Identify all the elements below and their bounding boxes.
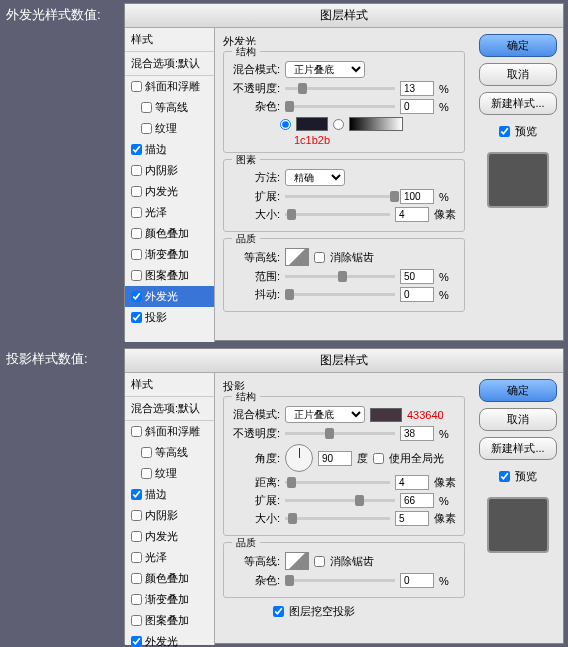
cancel-button[interactable]: 取消 xyxy=(479,63,557,86)
check-stroke[interactable] xyxy=(131,489,142,500)
list-hdr-style[interactable]: 样式 xyxy=(125,28,214,52)
style-item-outerglow[interactable]: 外发光 xyxy=(125,286,214,307)
check-innershadow[interactable] xyxy=(131,165,142,176)
check-outerglow[interactable] xyxy=(131,291,142,302)
cancel-button[interactable]: 取消 xyxy=(479,408,557,431)
new-style-button[interactable]: 新建样式... xyxy=(479,92,557,115)
radio-color[interactable] xyxy=(280,119,291,130)
check-bevel[interactable] xyxy=(131,426,142,437)
style-item-gradoverlay[interactable]: 渐变叠加 xyxy=(125,589,214,610)
new-style-button[interactable]: 新建样式... xyxy=(479,437,557,460)
slider-opacity[interactable] xyxy=(285,87,395,90)
select-method[interactable]: 精确 xyxy=(285,169,345,186)
check-contour[interactable] xyxy=(141,102,152,113)
style-item-satin[interactable]: 光泽 xyxy=(125,202,214,223)
style-item-bevel[interactable]: 斜面和浮雕 xyxy=(125,76,214,97)
check-patoverlay[interactable] xyxy=(131,270,142,281)
input-opacity[interactable] xyxy=(400,81,434,96)
slider-range[interactable] xyxy=(285,275,395,278)
unit-pct: % xyxy=(439,495,449,507)
slider-size[interactable] xyxy=(285,213,390,216)
check-innerglow[interactable] xyxy=(131,186,142,197)
slider-spread[interactable] xyxy=(285,499,395,502)
check-patoverlay[interactable] xyxy=(131,615,142,626)
style-item-innerglow[interactable]: 内发光 xyxy=(125,526,214,547)
input-size[interactable] xyxy=(395,207,429,222)
input-size[interactable] xyxy=(395,511,429,526)
style-item-stroke[interactable]: 描边 xyxy=(125,484,214,505)
style-item-patoverlay[interactable]: 图案叠加 xyxy=(125,265,214,286)
ok-button[interactable]: 确定 xyxy=(479,34,557,57)
slider-jitter[interactable] xyxy=(285,293,395,296)
angle-dial[interactable] xyxy=(285,444,313,472)
style-item-bevel[interactable]: 斜面和浮雕 xyxy=(125,421,214,442)
style-item-texture[interactable]: 纹理 xyxy=(125,118,214,139)
input-noise[interactable] xyxy=(400,99,434,114)
check-innerglow[interactable] xyxy=(131,531,142,542)
list-hdr-style[interactable]: 样式 xyxy=(125,373,214,397)
check-preview[interactable] xyxy=(499,126,510,137)
label-drop-shadow: 投影样式数值: xyxy=(6,350,88,368)
style-item-dropshadow[interactable]: 投影 xyxy=(125,307,214,328)
check-innershadow[interactable] xyxy=(131,510,142,521)
check-knockout[interactable] xyxy=(273,606,284,617)
input-spread[interactable] xyxy=(400,493,434,508)
input-angle[interactable] xyxy=(318,451,352,466)
style-item-innerglow[interactable]: 内发光 xyxy=(125,181,214,202)
style-item-coloroverlay[interactable]: 颜色叠加 xyxy=(125,568,214,589)
style-item-stroke[interactable]: 描边 xyxy=(125,139,214,160)
lbl-angle: 角度: xyxy=(232,451,280,466)
gradient-swatch[interactable] xyxy=(349,117,403,131)
check-antialias[interactable] xyxy=(314,252,325,263)
input-spread[interactable] xyxy=(400,189,434,204)
select-blend[interactable]: 正片叠底 xyxy=(285,61,365,78)
slider-spread[interactable] xyxy=(285,195,395,198)
radio-gradient[interactable] xyxy=(333,119,344,130)
list-hdr-blend[interactable]: 混合选项:默认 xyxy=(125,397,214,421)
check-outerglow[interactable] xyxy=(131,636,142,647)
slider-size[interactable] xyxy=(285,517,390,520)
lbl-spread: 扩展: xyxy=(232,493,280,508)
check-dropshadow[interactable] xyxy=(131,312,142,323)
ok-button[interactable]: 确定 xyxy=(479,379,557,402)
input-range[interactable] xyxy=(400,269,434,284)
check-texture[interactable] xyxy=(141,123,152,134)
check-contour[interactable] xyxy=(141,447,152,458)
style-item-satin[interactable]: 光泽 xyxy=(125,547,214,568)
check-global[interactable] xyxy=(373,453,384,464)
slider-noise[interactable] xyxy=(285,105,395,108)
slider-dist[interactable] xyxy=(285,481,390,484)
style-item-coloroverlay[interactable]: 颜色叠加 xyxy=(125,223,214,244)
input-noise[interactable] xyxy=(400,573,434,588)
check-satin[interactable] xyxy=(131,207,142,218)
style-item-patoverlay[interactable]: 图案叠加 xyxy=(125,610,214,631)
slider-noise[interactable] xyxy=(285,579,395,582)
style-item-contour[interactable]: 等高线 xyxy=(125,442,214,463)
style-item-texture[interactable]: 纹理 xyxy=(125,463,214,484)
contour-swatch[interactable] xyxy=(285,248,309,266)
check-coloroverlay[interactable] xyxy=(131,573,142,584)
list-hdr-blend[interactable]: 混合选项:默认 xyxy=(125,52,214,76)
style-item-contour[interactable]: 等高线 xyxy=(125,97,214,118)
input-opacity[interactable] xyxy=(400,426,434,441)
contour-swatch[interactable] xyxy=(285,552,309,570)
select-blend[interactable]: 正片叠底 xyxy=(285,406,365,423)
check-antialias[interactable] xyxy=(314,556,325,567)
slider-opacity[interactable] xyxy=(285,432,395,435)
check-texture[interactable] xyxy=(141,468,152,479)
check-coloroverlay[interactable] xyxy=(131,228,142,239)
check-gradoverlay[interactable] xyxy=(131,594,142,605)
style-item-innershadow[interactable]: 内阴影 xyxy=(125,160,214,181)
check-stroke[interactable] xyxy=(131,144,142,155)
check-satin[interactable] xyxy=(131,552,142,563)
color-swatch[interactable] xyxy=(296,117,328,131)
style-item-innershadow[interactable]: 内阴影 xyxy=(125,505,214,526)
check-preview[interactable] xyxy=(499,471,510,482)
color-swatch[interactable] xyxy=(370,408,402,422)
check-gradoverlay[interactable] xyxy=(131,249,142,260)
input-dist[interactable] xyxy=(395,475,429,490)
input-jitter[interactable] xyxy=(400,287,434,302)
style-item-outerglow[interactable]: 外发光 xyxy=(125,631,214,647)
check-bevel[interactable] xyxy=(131,81,142,92)
style-item-gradoverlay[interactable]: 渐变叠加 xyxy=(125,244,214,265)
